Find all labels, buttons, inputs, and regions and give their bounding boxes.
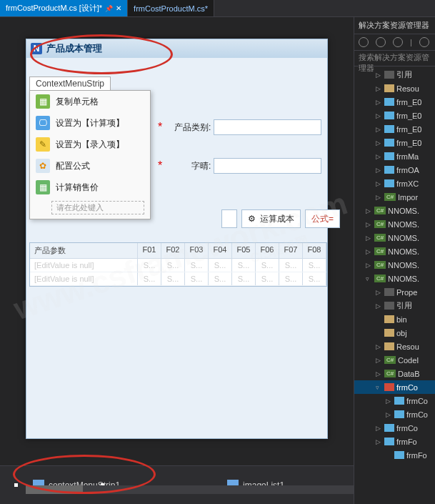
- label-product-category: 产品类别:: [168, 122, 211, 134]
- forward-icon[interactable]: [376, 37, 386, 47]
- toolbar-dropdown[interactable]: [221, 209, 237, 228]
- table-row[interactable]: [EditValue is null] S...S...S...S...S...…: [30, 259, 326, 272]
- menu-item-config-formula[interactable]: ✿配置公式: [30, 155, 150, 177]
- window-title: 产品成本管理: [46, 42, 102, 55]
- formula-button[interactable]: 公式=: [305, 209, 340, 228]
- tree-node[interactable]: ▷frmOA: [354, 163, 435, 177]
- grid-header: 产品参数 F01 F02 F03 F04 F05 F06 F07 F08: [30, 243, 326, 259]
- column-header[interactable]: F01: [138, 243, 161, 258]
- column-header[interactable]: 产品参数: [30, 243, 138, 258]
- column-header[interactable]: F02: [161, 243, 185, 258]
- required-icon: *: [158, 121, 162, 134]
- back-icon[interactable]: [359, 37, 369, 47]
- tree-node[interactable]: ▷C#Impor: [354, 190, 435, 204]
- app-icon: N: [31, 43, 42, 54]
- context-menu-strip[interactable]: ContextMenuStrip ▦复制单元格 🖵设置为【计算项】 ✎设置为【录…: [29, 76, 151, 219]
- menu-item-set-calc[interactable]: 🖵设置为【计算项】: [30, 112, 150, 134]
- monitor-icon: 🖵: [36, 116, 50, 130]
- explorer-toolbar: |: [354, 34, 435, 51]
- tree-node[interactable]: ▷Prope: [354, 285, 435, 299]
- context-menu-header: ContextMenuStrip: [29, 76, 111, 90]
- tree-node[interactable]: ▷frmFo: [354, 435, 435, 448]
- required-icon: *: [158, 159, 162, 172]
- column-header[interactable]: F08: [303, 243, 326, 258]
- gear-icon: ✿: [36, 159, 50, 173]
- tree-node[interactable]: ▷frm_E0: [354, 95, 435, 109]
- scrollbar-thumb[interactable]: [26, 485, 83, 494]
- tree-node[interactable]: ▷引用: [354, 68, 435, 81]
- column-header[interactable]: F06: [256, 243, 279, 258]
- tab-designer[interactable]: frmCostProductM.cs [设计]* 📌 ✕: [0, 0, 128, 16]
- tab-label: frmCostProductM.cs [设计]*: [6, 3, 102, 14]
- tree-node[interactable]: ▷引用: [354, 299, 435, 312]
- gear-icon: ⚙: [248, 214, 256, 224]
- tree-node[interactable]: frmFo: [354, 448, 435, 462]
- horizontal-scrollbar[interactable]: [26, 485, 354, 494]
- tree-node[interactable]: ▷C#NNOMS.: [354, 244, 435, 258]
- tree-node[interactable]: ▷Resou: [354, 81, 435, 95]
- label-field2: 字晴:: [168, 160, 211, 172]
- tree-node[interactable]: ▷C#CodeI: [354, 353, 435, 367]
- tree-node[interactable]: ▷frm_E0: [354, 122, 435, 136]
- explorer-search[interactable]: 搜索解决方案资源管理器: [354, 51, 435, 66]
- tree-node[interactable]: obj: [354, 326, 435, 340]
- tree-node[interactable]: ▷frmCo: [354, 394, 435, 407]
- column-header[interactable]: F03: [185, 243, 209, 258]
- designer-surface: N 产品成本管理 ContextMenuStrip ▦复制单元格 🖵设置为【计算…: [0, 17, 354, 504]
- table-row[interactable]: [EditValue is null] S...S...S...S...S...…: [30, 272, 326, 286]
- tree-node[interactable]: ▿frmCo: [354, 380, 435, 394]
- home-icon[interactable]: [393, 37, 403, 47]
- tree-node[interactable]: ▷C#NNOMS.: [354, 204, 435, 217]
- input-product-category[interactable]: [214, 119, 321, 135]
- column-header[interactable]: F04: [209, 243, 232, 258]
- document-tabbar: frmCostProductM.cs [设计]* 📌 ✕ frmCostProd…: [0, 0, 435, 17]
- tree-node[interactable]: ▿C#NNOMS.: [354, 272, 435, 285]
- calculator-icon: ▦: [36, 180, 50, 194]
- menu-item-set-input[interactable]: ✎设置为【录入项】: [30, 134, 150, 155]
- solution-tree[interactable]: ▷引用▷Resou▷frm_E0▷frm_E0▷frm_E0▷frm_E0▷fr…: [354, 66, 435, 504]
- tree-node[interactable]: ▷frm_E0: [354, 136, 435, 149]
- copy-icon: ▦: [36, 94, 50, 109]
- component-tray[interactable]: contextMenuStrip1 imageList1: [0, 465, 354, 504]
- close-icon[interactable]: ✕: [116, 4, 121, 12]
- solution-explorer: 解决方案资源管理器 | 搜索解决方案资源管理器 ▷引用▷Resou▷frm_E0…: [354, 17, 435, 504]
- refresh-icon[interactable]: [419, 37, 429, 47]
- tab-code[interactable]: frmCostProductM.cs*: [128, 0, 214, 16]
- preview-window: N 产品成本管理 ContextMenuStrip ▦复制单元格 🖵设置为【计算…: [26, 39, 328, 439]
- menu-type-here[interactable]: 请在此处键入: [51, 201, 144, 214]
- input-field2[interactable]: [214, 158, 321, 174]
- tree-node[interactable]: ▷C#NNOMS.: [354, 258, 435, 272]
- pencil-icon: ✎: [36, 137, 50, 152]
- tree-node[interactable]: ▷frmCo: [354, 407, 435, 421]
- panel-title: 解决方案资源管理器: [354, 17, 435, 34]
- menu-item-copy-cell[interactable]: ▦复制单元格: [30, 91, 150, 112]
- tree-node[interactable]: ▷C#NNOMS.: [354, 217, 435, 231]
- menu-item-calc-price[interactable]: ▦计算销售价: [30, 177, 150, 198]
- tree-node[interactable]: ▷frmCo: [354, 421, 435, 435]
- window-titlebar: N 产品成本管理: [26, 39, 327, 58]
- design-canvas[interactable]: N 产品成本管理 ContextMenuStrip ▦复制单元格 🖵设置为【计算…: [0, 17, 354, 465]
- tree-node[interactable]: ▷frm_E0: [354, 109, 435, 122]
- tree-node[interactable]: ▷Resou: [354, 340, 435, 353]
- separator-icon: |: [410, 38, 412, 46]
- pin-icon[interactable]: 📌: [105, 5, 113, 12]
- column-header[interactable]: F05: [232, 243, 256, 258]
- tree-node[interactable]: bin: [354, 312, 435, 326]
- column-header[interactable]: F07: [279, 243, 303, 258]
- tree-node[interactable]: ▷C#NNOMS.: [354, 231, 435, 244]
- tree-node[interactable]: ▷frmMa: [354, 149, 435, 163]
- tree-node[interactable]: ▷C#DataB: [354, 367, 435, 380]
- tree-node[interactable]: ▷frmXC: [354, 177, 435, 190]
- compute-cost-button[interactable]: ⚙运算成本: [241, 209, 301, 228]
- tab-label: frmCostProductM.cs*: [134, 4, 208, 13]
- data-grid[interactable]: 产品参数 F01 F02 F03 F04 F05 F06 F07 F08 [Ed…: [29, 242, 327, 287]
